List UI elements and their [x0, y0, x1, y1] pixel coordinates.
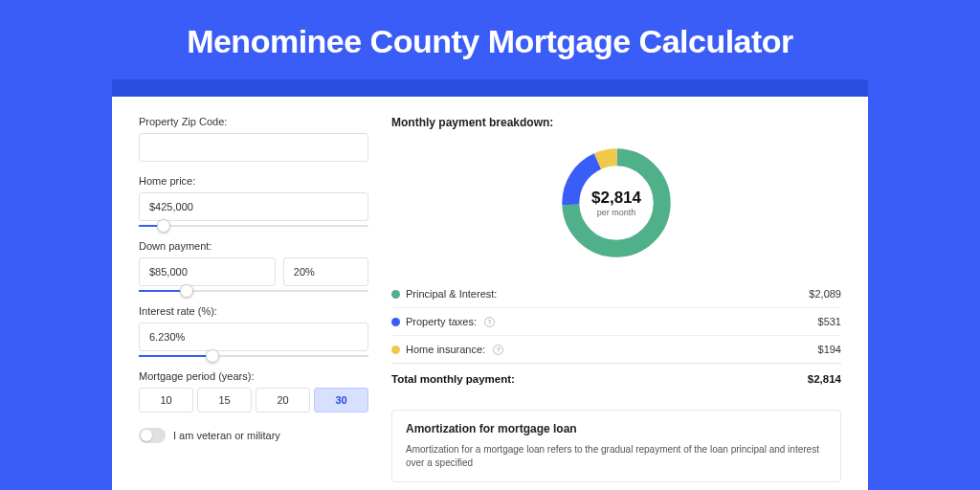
total-label: Total monthly payment:	[391, 373, 515, 385]
slider-thumb[interactable]	[180, 284, 193, 298]
donut-amount: $2,814	[591, 189, 641, 208]
legend-label: Property taxes:	[406, 316, 477, 327]
price-slider[interactable]	[139, 225, 368, 227]
slider-thumb[interactable]	[157, 219, 170, 233]
legend-row: Property taxes:?$531	[391, 307, 841, 335]
veteran-toggle[interactable]	[139, 428, 166, 443]
breakdown-panel: Monthly payment breakdown: $2,814 per mo…	[391, 116, 841, 490]
veteran-label: I am veteran or military	[173, 430, 280, 441]
amortization-text: Amortization for a mortgage loan refers …	[406, 443, 827, 470]
rate-input[interactable]	[139, 323, 368, 351]
legend-left: Home insurance:?	[391, 344, 503, 355]
legend-value: $531	[818, 316, 841, 327]
rate-label: Interest rate (%):	[139, 305, 368, 317]
period-btn-10[interactable]: 10	[139, 388, 193, 412]
rate-field-group: Interest rate (%):	[139, 305, 368, 357]
period-btn-30[interactable]: 30	[314, 388, 368, 412]
donut-chart-wrap: $2,814 per month	[391, 129, 841, 280]
price-input[interactable]	[139, 192, 368, 221]
total-value: $2,814	[808, 373, 841, 385]
down-pct-input[interactable]	[283, 257, 368, 286]
period-field-group: Mortgage period (years): 10152030	[139, 370, 368, 412]
form-panel: Property Zip Code: Home price: Down paym…	[139, 116, 368, 490]
total-row: Total monthly payment: $2,814	[391, 363, 841, 394]
donut-center: $2,814 per month	[556, 143, 677, 263]
legend-dot	[391, 290, 400, 299]
breakdown-title: Monthly payment breakdown:	[391, 116, 841, 129]
legend-row: Home insurance:?$194	[391, 335, 841, 363]
info-icon[interactable]: ?	[484, 317, 495, 327]
veteran-row: I am veteran or military	[139, 428, 368, 443]
price-field-group: Home price:	[139, 175, 368, 227]
legend-label: Principal & Interest:	[406, 288, 497, 300]
price-label: Home price:	[139, 175, 368, 187]
legend: Principal & Interest:$2,089Property taxe…	[391, 280, 841, 363]
toggle-knob	[141, 430, 152, 441]
legend-left: Property taxes:?	[391, 316, 495, 327]
period-btn-20[interactable]: 20	[256, 388, 310, 412]
legend-value: $194	[818, 344, 841, 355]
card-container: Property Zip Code: Home price: Down paym…	[112, 79, 868, 490]
zip-input[interactable]	[139, 133, 368, 162]
period-buttons: 10152030	[139, 388, 368, 412]
down-label: Down payment:	[139, 240, 368, 252]
legend-dot	[391, 318, 400, 326]
legend-dot	[391, 345, 400, 354]
donut-sub: per month	[597, 208, 636, 217]
legend-value: $2,089	[809, 288, 841, 300]
zip-field-group: Property Zip Code:	[139, 116, 368, 162]
down-amount-input[interactable]	[139, 257, 276, 286]
period-btn-15[interactable]: 15	[197, 388, 252, 412]
amortization-box: Amortization for mortgage loan Amortizat…	[391, 410, 841, 482]
slider-thumb[interactable]	[206, 349, 219, 363]
donut-chart: $2,814 per month	[556, 143, 677, 263]
info-icon[interactable]: ?	[493, 345, 503, 355]
down-field-group: Down payment:	[139, 240, 368, 292]
legend-row: Principal & Interest:$2,089	[391, 280, 841, 307]
period-label: Mortgage period (years):	[139, 370, 368, 382]
legend-label: Home insurance:	[406, 344, 485, 355]
legend-left: Principal & Interest:	[391, 288, 497, 300]
page-title: Menominee County Mortgage Calculator	[0, 0, 980, 79]
zip-label: Property Zip Code:	[139, 116, 368, 127]
down-slider[interactable]	[139, 290, 368, 292]
rate-slider[interactable]	[139, 355, 368, 357]
calculator-card: Property Zip Code: Home price: Down paym…	[112, 97, 868, 490]
amortization-title: Amortization for mortgage loan	[406, 422, 827, 435]
